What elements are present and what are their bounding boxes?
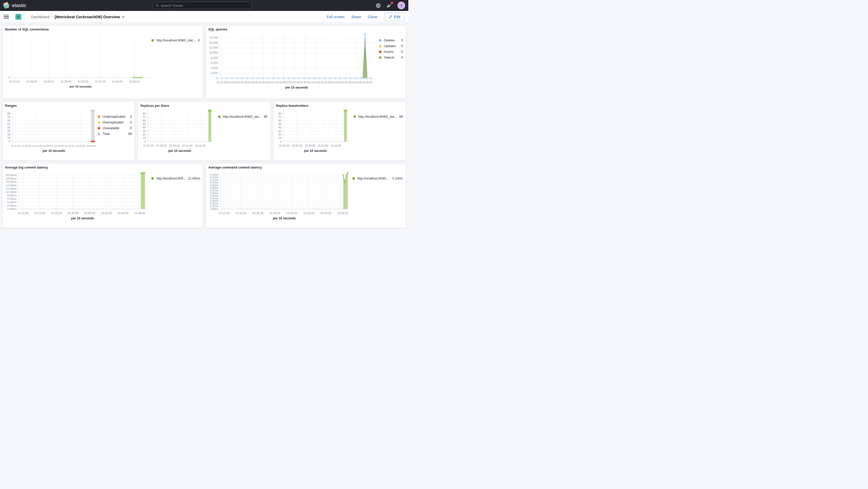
legend-item[interactable]: Selects0 — [379, 56, 403, 59]
panel-title[interactable]: Number of SQL connections — [2, 25, 203, 32]
panel-body: 15:32:0015:35:0015:38:0015:41:0015:44:00… — [274, 108, 406, 160]
svg-text:80: 80 — [7, 112, 10, 115]
panel-avg-command-commit-latency: Average command commit latency15:32:0015… — [206, 163, 406, 228]
legend-label: Total — [103, 132, 110, 136]
svg-text:15:35:00: 15:35:00 — [248, 81, 258, 84]
panel-title[interactable]: Replica leaseholders — [274, 101, 406, 108]
legend-item[interactable]: http://localhost:8080/_sta...89 — [353, 115, 403, 119]
dashboard-title[interactable]: [Metricbeat CockroachDB] Overview — [55, 15, 125, 19]
legend-item[interactable]: http://localhost:808...21.60ms — [151, 177, 200, 180]
search-input[interactable] — [161, 4, 249, 7]
user-avatar[interactable]: r — [397, 2, 405, 9]
svg-text:15:42:00: 15:42:00 — [95, 80, 105, 83]
full-screen-button[interactable]: Full screen — [327, 15, 344, 19]
dashboard-actions: Full screen Share Clone Edit — [327, 13, 405, 21]
elastic-home-link[interactable]: elastic — [3, 2, 26, 9]
svg-text:15:34:00: 15:34:00 — [26, 80, 37, 83]
legend-series-dot — [218, 115, 221, 118]
svg-text:0: 0 — [9, 76, 10, 79]
x-axis-title: per 10 seconds — [71, 216, 94, 220]
svg-text:0.07ms: 0.07ms — [210, 189, 218, 192]
legend-value: 89 — [128, 132, 132, 136]
legend-item[interactable]: Updates0 — [379, 44, 403, 48]
svg-text:15:35:00: 15:35:00 — [291, 144, 302, 147]
svg-text:15:32:00: 15:32:00 — [18, 212, 29, 215]
share-button[interactable]: Share — [351, 15, 361, 19]
svg-text:70: 70 — [278, 115, 281, 119]
legend-item[interactable]: http://localhost:8080/_sta...89 — [218, 115, 268, 119]
legend-value: 0 — [130, 115, 132, 119]
legend-value: 0 — [130, 121, 132, 124]
legend-value: 21.60ms — [188, 177, 200, 180]
breadcrumb-dashboard[interactable]: Dashboard — [31, 15, 50, 19]
svg-text:15:42:00: 15:42:00 — [303, 212, 314, 215]
legend-item[interactable]: http://localhost:8080/_stat...0 — [151, 38, 199, 42]
svg-text:15:46:00: 15:46:00 — [87, 144, 96, 147]
legend-item[interactable]: Overreplicated0 — [98, 121, 132, 124]
svg-text:4,000: 4,000 — [211, 66, 218, 69]
legend-item[interactable]: Underreplicated0 — [98, 115, 132, 119]
svg-text:10: 10 — [7, 136, 10, 140]
chart-legend: Underreplicated0Overreplicated0Unavailab… — [98, 115, 133, 160]
svg-text:0.13ms: 0.13ms — [210, 173, 218, 176]
space-badge[interactable]: D — [16, 14, 21, 20]
edit-button[interactable]: Edit — [384, 13, 405, 21]
legend-item[interactable]: http://localhost:8080...0.14ms — [352, 177, 403, 180]
x-axis-title: per 10 seconds — [43, 149, 65, 153]
svg-text:10.00ms: 10.00ms — [6, 190, 17, 193]
svg-text:15:46:00: 15:46:00 — [337, 212, 348, 215]
menu-button[interactable] — [4, 14, 9, 20]
svg-text:20.00ms: 20.00ms — [6, 174, 17, 177]
clone-button[interactable]: Clone — [368, 15, 377, 19]
svg-text:15:38:00: 15:38:00 — [43, 144, 53, 147]
svg-text:20: 20 — [143, 133, 146, 136]
legend-value: 0.14ms — [393, 177, 403, 180]
chart-legend: http://localhost:8080/_sta...89 — [353, 115, 404, 160]
chart-legend: http://localhost:808...21.60ms — [151, 177, 201, 228]
x-axis-title: per 10 seconds — [285, 86, 308, 89]
svg-text:15:45:00: 15:45:00 — [351, 81, 362, 84]
legend-series-dot — [98, 127, 100, 129]
panel-title[interactable]: Ranges — [2, 101, 135, 108]
whats-new-button[interactable] — [386, 3, 392, 8]
global-search-box[interactable] — [153, 2, 252, 9]
svg-text:15:38:00: 15:38:00 — [269, 212, 280, 215]
svg-text:15:36:00: 15:36:00 — [252, 212, 263, 215]
chart-legend: http://localhost:8080/_stat...0 — [151, 38, 200, 99]
legend-item[interactable]: Inserts0 — [379, 50, 403, 54]
legend-value: 0 — [130, 126, 132, 130]
svg-text:15:33:00: 15:33:00 — [227, 81, 237, 84]
svg-text:4.00ms: 4.00ms — [7, 201, 17, 204]
svg-text:0.09ms: 0.09ms — [210, 184, 218, 187]
svg-text:15:42:00: 15:42:00 — [101, 212, 112, 215]
panel-title[interactable]: Replicas per Store — [138, 101, 270, 108]
svg-text:15:37:00: 15:37:00 — [269, 81, 279, 84]
svg-text:15:40:00: 15:40:00 — [54, 144, 64, 147]
legend-item[interactable]: Deletes0 — [379, 38, 403, 42]
legend-item[interactable]: Total89 — [98, 132, 132, 136]
svg-text:50: 50 — [278, 122, 281, 126]
panel-body: 15:32:0015:34:0015:36:0015:38:0015:40:00… — [2, 108, 135, 160]
help-button[interactable] — [376, 3, 381, 8]
svg-text:0.00ms: 0.00ms — [7, 207, 17, 211]
panel-title[interactable]: SQL queries — [206, 25, 406, 32]
svg-text:15:44:00: 15:44:00 — [331, 144, 341, 147]
svg-text:0: 0 — [9, 140, 10, 143]
panel-row-3: Average log commit latency15:32:0015:34:… — [2, 163, 406, 228]
panel-row-1: Number of SQL connections15:32:0015:34:0… — [2, 25, 406, 99]
svg-text:0.08ms: 0.08ms — [210, 186, 218, 189]
svg-text:15:40:00: 15:40:00 — [300, 81, 310, 84]
panel-replicas-per-store: Replicas per Store15:32:0015:35:0015:38:… — [137, 101, 271, 161]
svg-text:15:44:00: 15:44:00 — [112, 80, 122, 83]
svg-text:15:38:00: 15:38:00 — [67, 212, 79, 215]
panel-title[interactable]: Average command commit latency — [206, 163, 406, 170]
svg-text:0.01ms: 0.01ms — [210, 205, 218, 208]
chevron-down-icon — [122, 16, 125, 19]
svg-text:15:32:00: 15:32:00 — [11, 144, 20, 147]
svg-text:0.11ms: 0.11ms — [210, 179, 218, 181]
legend-item[interactable]: Unavailable0 — [98, 126, 132, 130]
panel-title[interactable]: Average log commit latency — [2, 163, 203, 170]
svg-text:60: 60 — [7, 119, 10, 122]
panel-sql-connections: Number of SQL connections15:32:0015:34:0… — [2, 25, 203, 99]
svg-text:10: 10 — [143, 136, 146, 140]
